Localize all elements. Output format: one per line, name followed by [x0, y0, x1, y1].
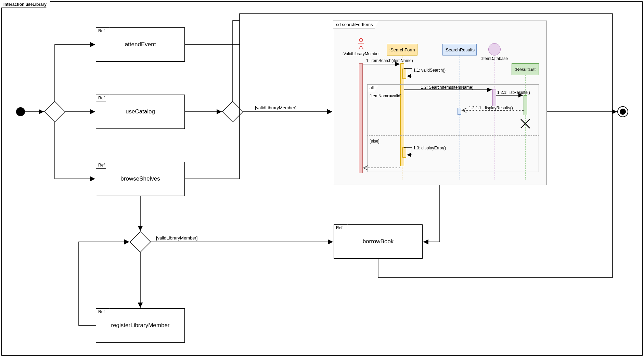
svg-point-5 — [16, 107, 25, 116]
diagram-canvas: Interaction useLibrary Ref attendEvent R… — [0, 0, 644, 357]
svg-marker-8 — [44, 101, 65, 122]
connectors — [0, 0, 644, 357]
svg-point-7 — [620, 109, 626, 115]
svg-marker-9 — [222, 101, 243, 122]
svg-marker-10 — [130, 232, 151, 252]
